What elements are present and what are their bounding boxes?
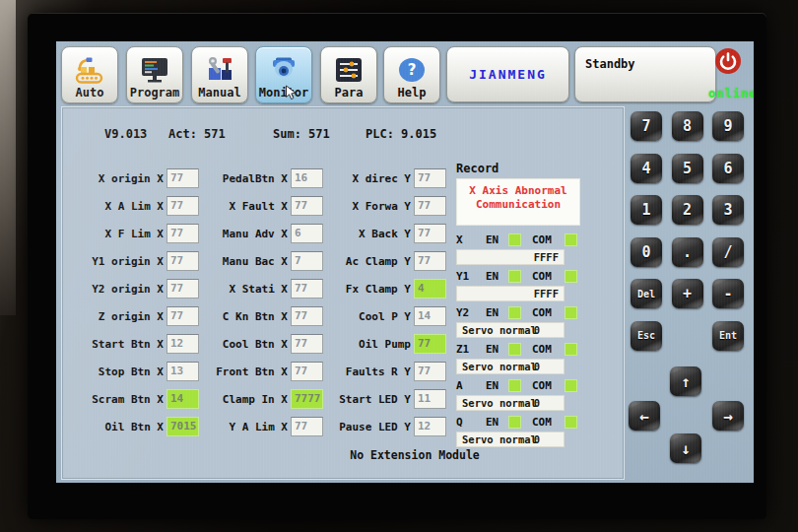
machine-state-button[interactable]: Standby xyxy=(574,46,716,102)
io-field-value: 77 xyxy=(414,362,446,381)
tab-para[interactable]: Para xyxy=(320,46,377,103)
com-indicator xyxy=(565,270,577,283)
io-field-label: PedalBtn X xyxy=(189,172,288,185)
io-row: Oil Btn X7015 xyxy=(65,417,199,436)
key-8[interactable]: 8 xyxy=(672,111,703,141)
en-label: EN xyxy=(486,306,508,319)
numeric-keypad: 7 8 9 4 5 6 1 2 3 0 . / Del + - Esc Ent xyxy=(631,111,744,351)
axis-status-value: 0 xyxy=(534,360,540,373)
plc-version: PLC: 9.015 xyxy=(366,127,436,141)
en-label: EN xyxy=(486,233,508,246)
key-dot[interactable]: . xyxy=(672,237,703,267)
tab-label: Help xyxy=(398,86,427,100)
io-field-label: X Back Y xyxy=(312,228,411,240)
monitor-panel: V9.013 Act: 571 Sum: 571 PLC: 9.015 X or… xyxy=(61,106,625,480)
io-field-label: X Fault X xyxy=(189,200,288,213)
tab-monitor[interactable]: Monitor xyxy=(255,46,312,103)
io-field-label: X Stati X xyxy=(189,283,288,296)
key-plus[interactable]: + xyxy=(672,279,703,308)
alarm-message-box: X Axis Abnormal Communication xyxy=(456,178,580,226)
key-5[interactable]: 5 xyxy=(672,154,703,183)
axis-status-bar: Servo normal0 xyxy=(456,395,565,411)
key-esc[interactable]: Esc xyxy=(631,321,662,351)
axis-status-bar: FFFF xyxy=(456,286,565,301)
tab-label: Manual xyxy=(198,86,240,100)
act-count: Act: 571 xyxy=(168,127,226,141)
arrow-up-key[interactable]: ↑ xyxy=(670,366,701,396)
io-row: Manu Bac X7 xyxy=(189,251,323,271)
axis-status-bar: Servo normal0 xyxy=(456,432,565,447)
io-row: Y2 origin X77 xyxy=(65,279,199,299)
tab-label: Auto xyxy=(76,86,104,100)
io-field-value: 4 xyxy=(414,279,446,299)
axis-status-group: Z1ENCOM Servo normal0 xyxy=(456,343,586,374)
axis-status-value: 0 xyxy=(534,323,540,337)
io-column-3: X direc Y77 X Forwa Y77 X Back Y77 Ac Cl… xyxy=(312,168,446,436)
key-del[interactable]: Del xyxy=(631,279,662,308)
io-field-value: 77 xyxy=(414,168,446,188)
en-indicator xyxy=(508,379,521,392)
io-field-label: X F Lim X xyxy=(65,228,164,240)
cctv-camera-icon xyxy=(268,54,299,86)
axis-status-value: FFFF xyxy=(534,287,559,300)
io-field-label: Front Btn X xyxy=(189,366,288,378)
key-ent[interactable]: Ent xyxy=(712,321,744,351)
arrow-right-key[interactable]: → xyxy=(712,401,744,431)
axis-name: Y2 xyxy=(456,306,486,319)
brand-button[interactable]: JIANMENG xyxy=(446,46,569,102)
arrow-left-key[interactable]: ← xyxy=(629,401,660,431)
io-field-label: Manu Bac X xyxy=(189,255,288,268)
io-row: Stop Btn X13 xyxy=(65,362,199,381)
io-field-label: Y1 origin X xyxy=(65,255,164,268)
io-field-label: Start Btn X xyxy=(65,338,164,351)
tab-manual[interactable]: Manual xyxy=(191,46,248,103)
io-row: Y A Lim X77 xyxy=(189,417,323,436)
arrow-down-key[interactable]: ↓ xyxy=(670,433,701,463)
com-label: COM xyxy=(532,343,565,356)
io-row: Scram Btn X14 xyxy=(65,389,199,409)
en-indicator xyxy=(508,233,521,246)
com-label: COM xyxy=(532,379,565,392)
key-0[interactable]: 0 xyxy=(631,237,662,267)
io-field-label: Oil Btn X xyxy=(65,421,164,433)
axis-status-bar: Servo normal0 xyxy=(456,322,565,338)
com-indicator xyxy=(565,416,577,429)
io-row: X A Lim X77 xyxy=(65,196,199,216)
key-minus[interactable]: - xyxy=(712,279,744,308)
axis-name: Z1 xyxy=(456,343,486,356)
tab-label: Program xyxy=(130,86,180,100)
key-slash[interactable]: / xyxy=(712,237,744,267)
en-label: EN xyxy=(486,343,508,356)
axis-name: X xyxy=(456,233,486,246)
key-4[interactable]: 4 xyxy=(631,154,662,183)
com-indicator xyxy=(565,233,577,246)
sum-count: Sum: 571 xyxy=(273,127,330,141)
key-9[interactable]: 9 xyxy=(712,111,744,141)
io-field-label: Cool P Y xyxy=(312,310,411,323)
sliders-icon xyxy=(334,54,364,86)
tab-program[interactable]: Program xyxy=(126,46,183,103)
io-field-value: 77 xyxy=(414,196,446,216)
axis-status-group: Y2ENCOM Servo normal0 xyxy=(456,306,586,338)
en-indicator xyxy=(508,306,521,319)
key-6[interactable]: 6 xyxy=(712,154,744,183)
axis-status-group: Y1ENCOM FFFF xyxy=(456,270,586,301)
key-3[interactable]: 3 xyxy=(712,195,744,225)
io-field-label: Start LED Y xyxy=(312,393,411,406)
key-1[interactable]: 1 xyxy=(631,195,662,225)
io-field-value: 77 xyxy=(414,224,446,243)
axis-status-value: 0 xyxy=(534,432,540,446)
en-indicator xyxy=(508,416,521,429)
io-field-label: Manu Adv X xyxy=(189,228,288,240)
key-7[interactable]: 7 xyxy=(631,111,662,141)
io-row: Z origin X77 xyxy=(65,306,199,326)
tab-auto[interactable]: Auto xyxy=(61,46,118,103)
io-row: Faults R Y77 xyxy=(312,362,446,381)
tab-help[interactable]: ? Help xyxy=(383,46,440,103)
power-icon[interactable] xyxy=(714,47,742,75)
key-2[interactable]: 2 xyxy=(672,195,703,225)
io-field-label: Clamp In X xyxy=(189,393,288,406)
io-row: X F Lim X77 xyxy=(65,224,199,243)
io-row: Fx Clamp Y4 xyxy=(312,279,446,299)
com-label: COM xyxy=(532,306,565,319)
